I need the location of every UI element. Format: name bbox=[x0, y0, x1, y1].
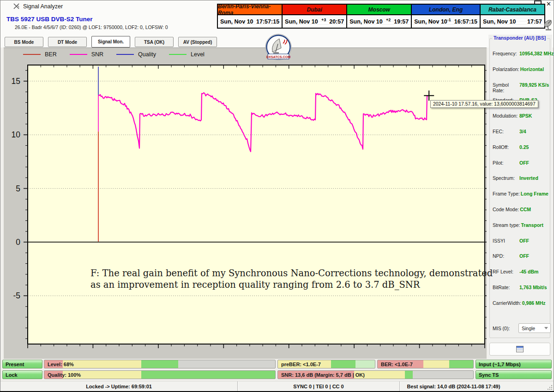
field-value: Transport bbox=[521, 222, 543, 228]
field-value: 3/4 bbox=[519, 129, 526, 134]
field-value: CCM bbox=[520, 207, 531, 212]
tuner-name: TBS 5927 USB DVB-S2 Tuner bbox=[6, 16, 93, 23]
clock-utc-offset: -1 bbox=[447, 18, 451, 22]
clock-utc-offset: +2 bbox=[386, 18, 391, 22]
field-row-stream-type: Stream type:Transport bbox=[493, 222, 549, 228]
status-bar: Locked -> Uptime: 69:59:01 SYNC 0 | TEI … bbox=[0, 381, 554, 392]
transponder-list-button[interactable] bbox=[489, 343, 550, 356]
world-clock-table: Berlin-Paris-Vienna-RomaSun, Nov 1017:57… bbox=[217, 4, 545, 29]
status-pill-lock: Lock bbox=[2, 370, 42, 379]
field-label: Code Mode: bbox=[493, 207, 519, 212]
status-pill-input-1-7-mbps-: Input (~1,7 Mbps) bbox=[476, 360, 552, 368]
status-meter-label: preBER: <1.0E-7 bbox=[278, 362, 321, 367]
field-label: Polarization: bbox=[493, 66, 519, 72]
chart-legend: BERSNRQualityLevel bbox=[23, 51, 205, 58]
dxsatcs-logo: DXSATCS.COM bbox=[264, 34, 293, 62]
satellite-dish-icon bbox=[543, 18, 554, 31]
y-axis-label: 10 bbox=[12, 130, 21, 139]
field-label: Stream type: bbox=[493, 222, 520, 228]
legend-swatch bbox=[70, 54, 87, 55]
clock-city: Moscow bbox=[347, 5, 411, 15]
legend-label: BER bbox=[45, 51, 57, 58]
status-meter: Level: 68% bbox=[44, 360, 276, 368]
clock-date: Sun, Nov 10 bbox=[414, 18, 447, 25]
y-axis-label: 15 bbox=[12, 77, 20, 86]
field-value: Long Frame bbox=[521, 191, 548, 196]
mis-dropdown[interactable]: Single bbox=[518, 323, 551, 333]
clock-date: Sun, Nov 10 bbox=[285, 18, 318, 25]
field-value: 0,986 MHz bbox=[522, 300, 546, 306]
field-label: Symbol Rate: bbox=[493, 82, 518, 93]
clock-utc-offset: +3 bbox=[321, 18, 326, 22]
field-label: ISSYI bbox=[493, 238, 518, 244]
close-button[interactable]: ✕ bbox=[546, 1, 551, 7]
transponder-panel: Transponder (AU) [BS] MIS (0): Single Fr… bbox=[488, 35, 552, 359]
field-label: Frame Type: bbox=[493, 191, 520, 196]
chart-tooltip: 2024-11-10 17.57.16, value: 13,600000381… bbox=[430, 100, 538, 108]
status-meter: preBER: <1.0E-7 bbox=[277, 360, 375, 368]
mis-label: MIS (0): bbox=[493, 326, 518, 331]
field-value: 1,763 Mbit/s bbox=[519, 285, 547, 290]
legend-swatch bbox=[169, 54, 187, 55]
annotation-text: F: The real gain benefit of my Synchrono… bbox=[90, 267, 493, 291]
y-axis-label: 0 bbox=[16, 238, 20, 247]
clock-cell-1: DubaiSun, Nov 10+320:57 bbox=[283, 5, 347, 28]
tab-signal-mon[interactable]: Signal Mon. bbox=[91, 36, 130, 48]
status-meter-label: BER: <1.0E-7 bbox=[378, 362, 413, 367]
clock-time: 17:57:15 bbox=[256, 18, 279, 25]
field-value: Horizontal bbox=[520, 66, 544, 72]
legend-label: Level bbox=[191, 51, 205, 58]
field-row-code-mode: Code Mode:CCM bbox=[493, 207, 549, 212]
field-label: Spectrum: bbox=[493, 175, 518, 181]
field-value: -45 dBm bbox=[519, 269, 538, 274]
transponder-groupbox: Transponder (AU) [BS] MIS (0): Single Fr… bbox=[489, 38, 550, 338]
logo-text: DXSATCS.COM bbox=[266, 55, 291, 59]
field-value: OFF bbox=[519, 253, 529, 259]
clock-date: Sun, Nov 10 bbox=[349, 18, 383, 25]
clock-time-row: Sun, Nov 10+219:57 bbox=[347, 15, 411, 28]
tab-tsa-ok[interactable]: TSA (OK) bbox=[135, 37, 174, 47]
annotation-line2: as an improvement in reception quality r… bbox=[90, 279, 493, 291]
status-pill-sync-ts: Sync TS bbox=[476, 370, 552, 379]
status-pill-present: Present bbox=[2, 360, 42, 368]
status-meter: Quality: 100% bbox=[44, 370, 276, 379]
field-label: FEC: bbox=[493, 129, 518, 134]
window-title: Signal Analyzer bbox=[23, 3, 63, 10]
clock-city: Dubai bbox=[283, 5, 346, 15]
clock-cell-4: Rabat-CasablancaSun, Nov 1017:57 bbox=[481, 5, 544, 28]
statusbar-lock-uptime: Locked -> Uptime: 69:59:01 bbox=[0, 381, 238, 392]
field-row-pilot: Pilot:OFF bbox=[493, 160, 549, 166]
field-label: Frequency: bbox=[493, 51, 518, 56]
field-label: Pilot: bbox=[493, 160, 518, 166]
legend-item-quality: Quality bbox=[116, 51, 156, 58]
status-meter-label: SNR: 13,6 dB (Margin: 5,7 dB | OK) bbox=[278, 372, 365, 378]
tuner-details: 26.0E - Badr 4/5/6/7 (ID: 0260) @ LOF1: … bbox=[15, 24, 168, 30]
tab-bs-mode[interactable]: BS Mode bbox=[5, 37, 43, 47]
field-value: 10954,382 MHz bbox=[519, 51, 554, 56]
status-meter-label: Quality: 100% bbox=[44, 372, 81, 378]
clock-time: 17:57 bbox=[527, 18, 542, 25]
clock-time: 16:57:15 bbox=[454, 18, 477, 25]
signal-chart[interactable]: 151050-5 bbox=[4, 48, 487, 359]
legend-label: Quality bbox=[138, 51, 156, 58]
statusbar-best-signal: Best signal: 14,0 dB (2024-11-08 17:49) bbox=[400, 381, 554, 392]
tab-dt-mode[interactable]: DT Mode bbox=[48, 37, 87, 47]
annotation-line1: F: The real gain benefit of my Synchrono… bbox=[90, 267, 493, 279]
field-row-modulation: Modulation:8PSK bbox=[493, 113, 549, 119]
clock-time: 19:57 bbox=[394, 18, 409, 25]
legend-item-snr: SNR bbox=[70, 51, 103, 58]
chevron-down-icon bbox=[544, 327, 548, 329]
list-icon bbox=[516, 346, 524, 352]
field-row-rf-level: RF Level:-45 dBm bbox=[493, 269, 549, 274]
tab-av-stopped[interactable]: AV (Stopped) bbox=[178, 37, 217, 47]
transponder-title: Transponder (AU) [BS] bbox=[492, 35, 547, 41]
field-row-fec: FEC:3/4 bbox=[493, 129, 549, 134]
app-antenna-icon bbox=[12, 2, 20, 10]
mis-value: Single bbox=[522, 326, 535, 331]
resize-grip[interactable] bbox=[547, 385, 553, 390]
field-row-frequency: Frequency:10954,382 MHz bbox=[493, 51, 549, 56]
clock-cell-3: London, EngSun, Nov 10-116:57:15 bbox=[412, 5, 481, 28]
field-label: RF Level: bbox=[493, 269, 518, 274]
clock-time-row: Sun, Nov 10-116:57:15 bbox=[412, 15, 480, 28]
field-label: CarrierWidth: bbox=[493, 300, 521, 306]
